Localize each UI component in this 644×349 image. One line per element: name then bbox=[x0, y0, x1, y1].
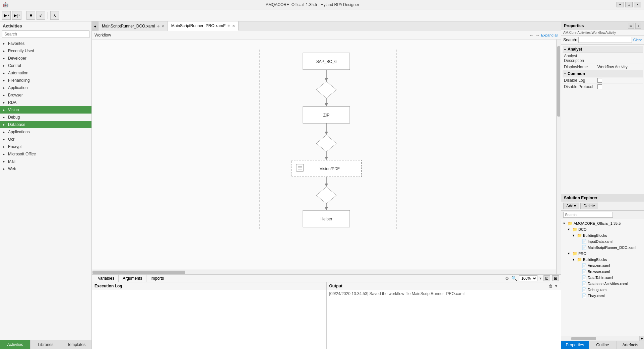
common-section[interactable]: − Common bbox=[563, 70, 643, 77]
tab-dco[interactable]: MainScriptRunner_DCO.xaml ✚ ✕ bbox=[99, 21, 168, 31]
workflow-canvas[interactable]: SAP_BC_6 ZIP bbox=[92, 40, 561, 274]
dco-toggle-icon[interactable]: ▼ bbox=[567, 228, 571, 231]
scroll-right-button[interactable]: ▶ bbox=[639, 336, 644, 341]
file-icon: 📄 bbox=[582, 239, 587, 244]
execution-log-header: Execution Log bbox=[92, 282, 326, 290]
properties-clear-button[interactable]: Clear bbox=[633, 38, 642, 42]
activity-item-web[interactable]: ▶ Web bbox=[0, 165, 91, 172]
prop-icon-1[interactable]: ⊞ bbox=[628, 23, 634, 29]
tab-properties[interactable]: Properties bbox=[561, 341, 589, 349]
pro-bb-toggle-icon[interactable]: ▼ bbox=[572, 258, 576, 261]
activity-item-browser[interactable]: ▶ Browser bbox=[0, 91, 91, 99]
tree-datatable-file[interactable]: 📄 DataTable.xaml bbox=[563, 275, 643, 281]
main-toolbar: ▶ ▾ ▶| ▾ ■ ↙ λ bbox=[0, 9, 644, 21]
collapse-output-button[interactable]: ▼ bbox=[554, 284, 558, 288]
tree-dco-buildingblocks[interactable]: ▼ 📁 BuildingBlocks bbox=[563, 232, 643, 238]
close-button[interactable]: × bbox=[634, 2, 641, 7]
root-toggle-icon[interactable]: ▼ bbox=[563, 222, 567, 225]
activity-item-favorites[interactable]: ▶ Favorites bbox=[0, 40, 91, 47]
tree-inputdata-file[interactable]: 📄 InputData.xaml bbox=[563, 238, 643, 245]
lambda-button[interactable]: λ bbox=[50, 11, 59, 20]
folder-icon: 📁 bbox=[572, 251, 577, 256]
properties-search-input[interactable] bbox=[578, 37, 632, 43]
activity-item-debug[interactable]: ▶ Debug bbox=[0, 114, 91, 121]
tab-arguments[interactable]: Arguments bbox=[119, 275, 146, 282]
tree-root[interactable]: ▼ 📁 AMQACORE_Official_1.35.5 bbox=[563, 220, 643, 226]
run-dropdown-icon[interactable]: ▾ bbox=[8, 14, 9, 17]
tab-imports[interactable]: Imports bbox=[146, 275, 168, 282]
activity-item-rda[interactable]: ▶ RDA bbox=[0, 99, 91, 106]
tab-libraries[interactable]: Libraries bbox=[30, 340, 61, 349]
solution-scrollbar-h[interactable]: ▶ bbox=[561, 336, 644, 341]
activity-label: Ocr bbox=[8, 137, 14, 142]
tab-artefacts[interactable]: Artefacts bbox=[617, 341, 644, 349]
activity-item-control[interactable]: ▶ Control bbox=[0, 62, 91, 69]
run-button[interactable]: ▶ ▾ bbox=[2, 11, 11, 20]
browser-label: Browser.xaml bbox=[588, 270, 610, 274]
activity-item-vision[interactable]: ▶ Vision bbox=[0, 106, 91, 114]
search-input[interactable] bbox=[2, 30, 89, 38]
zoom-select[interactable]: 100% 75% 50% 125% 150% bbox=[519, 275, 537, 281]
activity-item-application[interactable]: ▶ Application bbox=[0, 84, 91, 91]
tab-pro-close[interactable]: ✕ bbox=[232, 24, 235, 28]
tree-dco-folder[interactable]: ▼ 📁 DCO bbox=[563, 226, 643, 232]
activity-item-microsoft-office[interactable]: ▶ Microsoft Office bbox=[0, 150, 91, 158]
mainscript-dco-label: MainScriptRunner_DCO.xaml bbox=[588, 246, 636, 250]
tree-amazon-file[interactable]: 📄 Amazon.xaml bbox=[563, 263, 643, 269]
tree-pro-buildingblocks[interactable]: ▼ 📁 BuildingBlocks bbox=[563, 257, 643, 263]
tree-browser-file[interactable]: 📄 Browser.xaml bbox=[563, 269, 643, 275]
tab-pro[interactable]: MainScriptRunner_PRO.xaml* ✚ ✕ bbox=[168, 21, 239, 31]
activity-item-developer[interactable]: ▶ Developer bbox=[0, 55, 91, 62]
tab-variables[interactable]: Variables bbox=[94, 275, 119, 282]
disable-log-checkbox[interactable] bbox=[597, 78, 602, 83]
activity-item-applications[interactable]: ▶ Applications bbox=[0, 128, 91, 136]
settings-icon[interactable]: ⚙ bbox=[505, 276, 509, 281]
tab-activities[interactable]: Activities bbox=[0, 340, 30, 349]
tab-templates[interactable]: Templates bbox=[61, 340, 91, 349]
solution-search-input[interactable] bbox=[563, 212, 613, 218]
vertical-scrollbar[interactable] bbox=[556, 40, 561, 274]
activity-item-ocr[interactable]: ▶ Ocr bbox=[0, 136, 91, 143]
activity-item-filehandling[interactable]: ▶ Filehandling bbox=[0, 77, 91, 84]
nav-forward-button[interactable]: → bbox=[535, 32, 540, 38]
horizontal-scrollbar[interactable] bbox=[92, 270, 556, 274]
activity-item-recently-used[interactable]: ▶ Recently Used bbox=[0, 47, 91, 55]
fit-height-button[interactable]: ⊞ bbox=[552, 275, 559, 281]
prop-icon-2[interactable]: ↕ bbox=[635, 23, 641, 29]
fit-width-button[interactable]: ⊡ bbox=[543, 275, 550, 281]
tree-database-activities-file[interactable]: 📄 Database Activities.xaml bbox=[563, 281, 643, 287]
pro-toggle-icon[interactable]: ▼ bbox=[567, 252, 571, 255]
activity-item-encrypt[interactable]: ▶ Encrypt bbox=[0, 143, 91, 150]
step-button[interactable]: ↙ bbox=[37, 11, 45, 20]
delete-button[interactable]: Delete bbox=[580, 203, 598, 209]
tree-ebay-file[interactable]: 📄 Ebay.xaml bbox=[563, 293, 643, 299]
activity-item-mail[interactable]: ▶ Mail bbox=[0, 158, 91, 165]
tab-dco-close[interactable]: ✕ bbox=[162, 24, 164, 28]
tree-pro-folder[interactable]: ▼ 📁 PRO bbox=[563, 251, 643, 257]
maximize-button[interactable]: □ bbox=[625, 2, 633, 7]
tree-mainscript-dco-file[interactable]: 📄 MainScriptRunner_DCO.xaml bbox=[563, 245, 643, 251]
tab-outline[interactable]: Outline bbox=[589, 341, 617, 349]
add-button[interactable]: Add ▾ bbox=[563, 203, 579, 209]
activity-item-database[interactable]: ▶ Database bbox=[0, 121, 91, 128]
activity-label: Applications bbox=[8, 130, 30, 134]
workflow-nav: ← → Expand all bbox=[529, 32, 558, 38]
expand-all-button[interactable]: Expand all bbox=[541, 33, 558, 37]
solution-toolbar: Add ▾ Delete bbox=[561, 202, 644, 211]
nav-back-button[interactable]: ← bbox=[529, 32, 534, 38]
dco-bb-toggle-icon[interactable]: ▼ bbox=[572, 234, 576, 237]
collapse-panel-button[interactable]: ◄ bbox=[92, 21, 99, 31]
tree-debug-file[interactable]: 📄 Debug.xaml bbox=[563, 287, 643, 293]
run-step-button[interactable]: ▶| ▾ bbox=[12, 11, 21, 20]
database-activities-label: Database Activities.xaml bbox=[588, 282, 628, 286]
delete-output-button[interactable]: 🗑 bbox=[549, 284, 553, 288]
svg-marker-24 bbox=[316, 187, 336, 204]
zoom-icon[interactable]: 🔍 bbox=[511, 276, 517, 281]
minimize-button[interactable]: − bbox=[617, 2, 624, 7]
display-name-label: DisplayName bbox=[564, 65, 597, 69]
run-step-dropdown-icon[interactable]: ▾ bbox=[18, 14, 20, 17]
activity-item-automation[interactable]: ▶ Automation bbox=[0, 69, 91, 77]
disable-protocol-checkbox[interactable] bbox=[597, 84, 602, 89]
stop-button[interactable]: ■ bbox=[26, 11, 35, 20]
analyst-section[interactable]: − Analyst bbox=[563, 46, 643, 53]
